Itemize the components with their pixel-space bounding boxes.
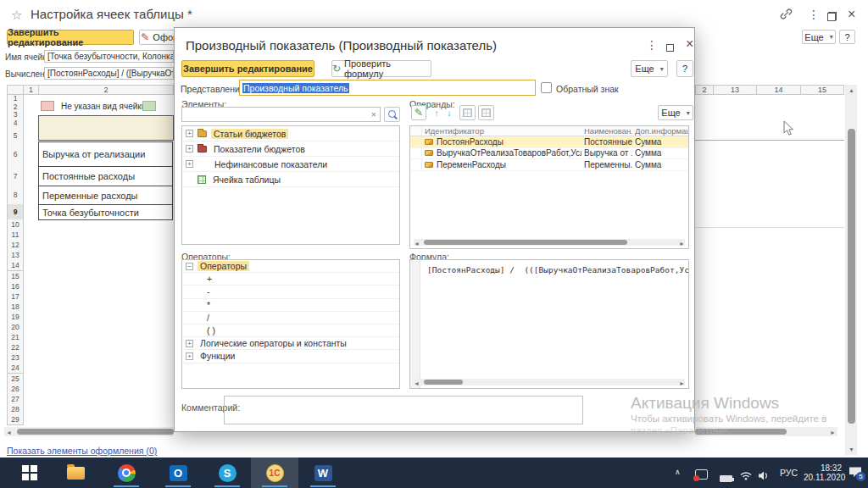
tree-item[interactable]: +Нефинансовые показатели [182,157,399,172]
grid-row-header[interactable]: 8 [7,186,24,205]
grid-cell[interactable]: Постоянные расходы [38,166,173,186]
scroll-left-icon[interactable]: ◄ [414,241,420,247]
scroll-right-icon[interactable]: ► [830,430,836,435]
grid-col-14[interactable]: 14 [756,85,801,95]
inverse-sign-label: Обратный знак [556,84,619,94]
grid-row-header[interactable]: 9 [7,204,24,220]
operator-item[interactable]: −Операторы [182,260,399,273]
grid-hscrollbar-right[interactable]: ► [695,427,837,436]
operands-col-info[interactable]: Доп.информаци [632,126,688,136]
tree-item[interactable]: Ячейка таблицы [182,172,399,187]
restore-window-icon[interactable] [827,9,837,25]
dialog-close-icon[interactable]: × [686,36,693,52]
scroll-left-icon[interactable]: ◄ [6,430,12,435]
representation-input[interactable]: Производный показатель [239,80,536,96]
table-view-button-2[interactable] [478,105,494,120]
operator-item[interactable]: / [182,312,399,324]
skype-icon[interactable]: S [216,463,238,483]
operand-row[interactable]: ПеременРасходыПеременны...Сумма [410,159,688,171]
operator-item[interactable]: +Функции [182,350,399,363]
dialog-maximize-icon[interactable] [666,40,674,55]
grid-col-1[interactable]: 1 [23,85,39,95]
word-icon[interactable]: W [312,463,334,483]
expand-icon: − [186,263,193,270]
operator-item[interactable]: - [182,286,399,298]
grid-row-header[interactable]: 29 [7,414,24,425]
operands-col-name[interactable]: Наименован.. [581,126,632,136]
grid-row-header[interactable]: 6 [7,141,24,167]
edit-operand-button[interactable]: ✎ [411,105,426,120]
grid-col-12[interactable]: 2 [695,85,714,95]
move-up-button[interactable]: ↑ [431,106,442,119]
tree-item[interactable]: +Статьи бюджетов [182,126,399,141]
search-button[interactable] [384,107,400,122]
dialog-more-button[interactable]: Еще [631,60,668,77]
grid-col-13[interactable]: 13 [713,85,757,95]
1c-app-icon[interactable]: 1С [264,463,286,483]
inverse-sign-checkbox[interactable] [541,82,552,93]
volume-icon[interactable] [758,469,770,484]
chrome-icon[interactable] [115,463,137,483]
grid-row-header[interactable]: 5 [7,129,24,142]
scroll-right-icon[interactable]: ► [679,380,685,386]
battery-icon[interactable] [720,470,732,485]
language-indicator[interactable]: РУС [780,468,798,478]
elements-search-input[interactable]: × [181,107,381,122]
tree-item[interactable]: +Показатели бюджетов [182,141,399,157]
tray-chevron-icon[interactable]: ∧ [675,468,681,476]
scroll-up-icon[interactable]: ▲ [849,87,854,93]
dialog-help-button[interactable]: ? [676,60,693,77]
cell-name-input[interactable]: [Точка безубыточности, Колонка] [44,50,174,63]
table-view-button-1[interactable] [459,105,476,120]
dialog-finish-button[interactable]: Завершить редактирование [181,60,314,77]
formula-box[interactable]: [ПостоянРасходы] / (([ВыручкаОтРеализаТо… [409,259,689,389]
comment-textarea[interactable] [224,396,583,424]
window-help-button[interactable]: ? [839,30,855,44]
grid-col-15[interactable]: 15 [800,85,844,95]
finish-editing-button[interactable]: Завершить редактирование [7,30,134,45]
outlook-icon[interactable]: O [167,463,189,483]
wifi-icon[interactable] [740,469,752,484]
scroll-left-icon[interactable]: ◄ [414,380,420,386]
calc-input[interactable]: [ПостоянРасходы] / ([ВыручкаОтР [44,67,174,80]
show-format-elements-link[interactable]: Показать элементы оформления (0) [7,446,157,456]
operator-item[interactable]: + [182,273,399,286]
grid-vscrollbar[interactable]: ▲ ▼ [845,85,857,455]
check-formula-button[interactable]: ↻ Проверить формулу [331,60,431,77]
notification-center-icon[interactable]: 5 [849,466,862,481]
grid-col-2[interactable]: 2 [38,85,174,95]
grid-hscrollbar-left[interactable]: ◄ [4,427,174,436]
move-down-button[interactable]: ↓ [443,106,455,119]
derived-indicator-dialog: Производный показатель (Производный пока… [174,27,695,432]
operator-item[interactable]: +Логические операторы и константы [182,337,399,350]
explorer-icon[interactable] [64,463,86,483]
tree-item-label: Нефинансовые показатели [212,159,330,169]
elements-tree: +Статьи бюджетов+Показатели бюджетов+Неф… [181,125,400,245]
operand-row[interactable]: ПостоянРасходыПостоянные...Сумма [410,136,688,148]
operands-hscrollbar[interactable]: ◄ ► [414,239,685,246]
operator-item[interactable]: * [182,299,399,312]
start-button[interactable] [19,463,41,483]
operand-row[interactable]: ВыручкаОтРеализаТоваровРабот,УслугВыручк… [410,148,688,160]
dialog-kebab-icon[interactable]: ⋮ [646,38,658,52]
window-more-button[interactable]: Еще [802,30,836,44]
copy-link-icon[interactable] [780,8,793,23]
close-window-icon[interactable]: × [848,7,855,22]
operand-id-cell: ПостоянРасходы [422,137,581,147]
grid-cell[interactable]: Выручка от реализации [38,141,173,167]
operands-col-id[interactable]: Идентификатор [422,126,581,136]
kebab-menu-icon[interactable]: ⋮ [808,8,820,21]
scroll-down-icon[interactable]: ▼ [849,446,854,452]
formula-hscrollbar[interactable]: ◄ ► [414,379,685,385]
grid-row-header[interactable]: 7 [7,166,24,186]
grid-cell[interactable]: Переменные расходы [38,186,173,205]
tray-capture-icon[interactable] [695,468,708,483]
operator-item[interactable]: ( ) [182,324,399,337]
scroll-right-icon[interactable]: ► [679,241,685,247]
clear-search-icon[interactable]: × [368,109,380,119]
grid-row-header[interactable]: 4 [7,117,24,130]
clock[interactable]: 18:32 20.11.2020 [804,463,842,482]
favorite-star-icon[interactable]: ☆ [11,8,22,23]
grid-cell[interactable]: Точка безубыточности [38,204,173,220]
operands-more-button[interactable]: Еще [658,105,693,120]
